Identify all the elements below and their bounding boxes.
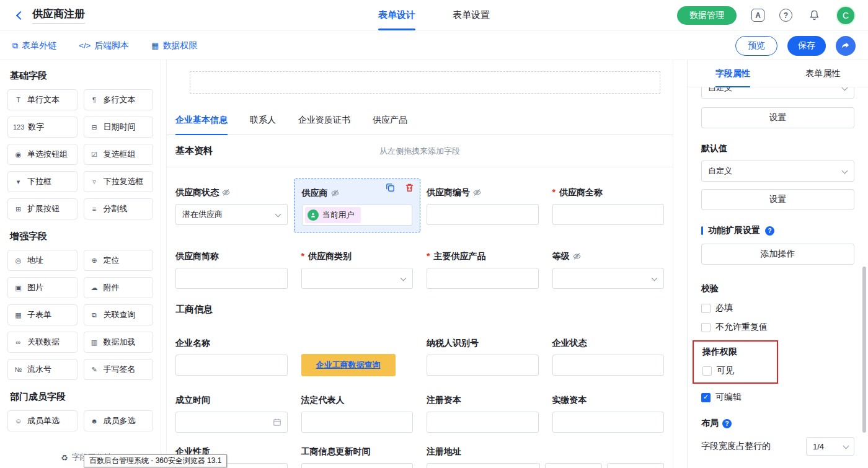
address-city-select[interactable]: 市	[545, 463, 602, 468]
share-button[interactable]	[836, 36, 856, 56]
palette-field-button[interactable]: ¶ 多行文本	[84, 89, 154, 110]
palette-field-button[interactable]: ▥ 数据加载	[84, 332, 154, 353]
palette-field-button[interactable]: ☻ 成员多选	[84, 410, 154, 431]
visible-checkbox-row[interactable]: 可见	[702, 365, 777, 376]
default-value-select[interactable]: 自定义	[701, 161, 854, 182]
palette-field-button[interactable]: ◉ 单选按钮组	[7, 144, 78, 165]
field-registered-capital[interactable]: 注册资本	[427, 394, 539, 433]
required-checkbox-row[interactable]: 必填	[701, 302, 854, 314]
supplier-shortname-input[interactable]	[175, 268, 288, 289]
help-icon[interactable]: ?	[779, 9, 792, 22]
field-width-select[interactable]: 1/4	[806, 437, 854, 456]
settings-button[interactable]: 设置	[701, 107, 854, 128]
palette-field-button[interactable]: ▦ 子表单	[7, 304, 78, 325]
visible-checkbox[interactable]	[702, 366, 712, 376]
field-supplier-category[interactable]: *供应商类别	[301, 250, 414, 289]
user-avatar[interactable]: C	[836, 6, 856, 25]
supplier-category-select[interactable]	[301, 268, 414, 289]
field-paidin-capital[interactable]: 实缴资本	[552, 394, 665, 433]
address-province-select[interactable]: 省/自治区/直辖市	[427, 463, 540, 468]
selected-field-supplier[interactable]: 供应商 当前用户	[294, 179, 421, 232]
palette-field-button[interactable]: ⧉ 关联查询	[84, 304, 154, 325]
main-products-input[interactable]	[427, 268, 539, 289]
required-checkbox[interactable]	[701, 304, 711, 313]
palette-field-button[interactable]: № 流水号	[7, 359, 78, 380]
delete-field-icon[interactable]	[404, 182, 415, 193]
field-legal-representative[interactable]: 法定代表人	[301, 394, 414, 433]
field-business-info-update-time[interactable]: 工商信息更新时间	[301, 445, 414, 468]
palette-field-button[interactable]: ▣ 图片	[7, 277, 78, 298]
add-operation-button[interactable]: 添加操作	[701, 244, 854, 265]
tab-form-properties[interactable]: 表单属性	[778, 60, 868, 87]
no-duplicate-checkbox-row[interactable]: 不允许重复值	[701, 322, 854, 333]
legal-representative-input[interactable]	[301, 412, 414, 433]
company-status-input[interactable]	[552, 355, 665, 376]
grade-select[interactable]	[552, 268, 665, 289]
form-external-link[interactable]: ⧉ 表单外链	[12, 40, 56, 51]
supplier-status-select[interactable]: 潜在供应商	[175, 204, 288, 225]
business-info-update-time-input[interactable]	[301, 463, 414, 468]
data-permission-link[interactable]: ▦ 数据权限	[151, 40, 197, 51]
palette-field-button[interactable]: ☺ 成员单选	[7, 410, 78, 431]
tab-contact-person[interactable]: 联系人	[250, 115, 276, 135]
tab-supply-products[interactable]: 供应产品	[373, 115, 407, 135]
preview-button[interactable]: 预览	[735, 36, 777, 56]
data-manage-button[interactable]: 数据管理	[677, 6, 737, 25]
field-supplier-status[interactable]: 供应商状态 潜在供应商	[175, 186, 288, 232]
default-value-settings-button[interactable]: 设置	[701, 189, 854, 210]
address-district-select[interactable]: 区/县	[607, 463, 664, 468]
palette-field-button[interactable]: ⊕ 定位	[84, 250, 154, 271]
copy-field-icon[interactable]	[385, 182, 396, 193]
tab-field-properties[interactable]: 字段属性	[688, 60, 778, 87]
palette-field-button[interactable]: ∞ 关联数据	[7, 332, 78, 353]
paidin-capital-input[interactable]	[552, 412, 665, 433]
help-circle-icon[interactable]: ?	[765, 226, 774, 236]
backend-script-link[interactable]: </> 后端脚本	[79, 40, 129, 51]
palette-field-button[interactable]: ▾ 下拉框	[7, 171, 78, 192]
notification-bell-icon[interactable]	[807, 9, 821, 22]
field-grade[interactable]: 等级	[552, 250, 665, 289]
palette-field-button[interactable]: ☑ 复选框组	[84, 144, 154, 165]
field-supplier-code[interactable]: 供应商编号	[427, 186, 539, 232]
field-supplier-shortname[interactable]: 供应商简称	[175, 250, 288, 289]
palette-field-button[interactable]: ☁ 附件	[84, 277, 154, 298]
supplier-value-box[interactable]: 当前用户	[302, 205, 413, 226]
help-circle-icon[interactable]: ?	[722, 419, 732, 428]
editable-checkbox-row[interactable]: 可编辑	[701, 392, 854, 403]
tab-form-settings[interactable]: 表单设置	[453, 0, 490, 30]
company-name-input[interactable]	[175, 355, 288, 376]
form-dropzone[interactable]	[190, 71, 660, 94]
registered-capital-input[interactable]	[427, 412, 539, 433]
no-duplicate-checkbox[interactable]	[701, 323, 711, 332]
supplier-fullname-input[interactable]	[552, 204, 665, 225]
collapsed-property-select[interactable]: 自定义	[701, 87, 854, 99]
palette-field-button[interactable]: ◎ 地址	[7, 250, 78, 271]
palette-field-button[interactable]: ▿ 下拉复选框	[84, 171, 154, 192]
translate-icon[interactable]: A	[751, 9, 764, 22]
field-company-status[interactable]: 企业状态	[552, 337, 665, 376]
palette-field-button[interactable]: 123 数字	[7, 117, 78, 138]
field-established-date[interactable]: 成立时间	[175, 394, 288, 433]
palette-field-button[interactable]: ≡ 分割线	[84, 198, 154, 219]
business-data-query-button[interactable]: 企业工商数据查询	[301, 354, 396, 376]
palette-field-button[interactable]: ⊟ 日期时间	[84, 117, 154, 138]
established-date-input[interactable]	[175, 412, 288, 433]
palette-field-button[interactable]: ✎ 手写签名	[84, 359, 154, 380]
tab-form-design[interactable]: 表单设计	[378, 0, 415, 30]
palette-field-button[interactable]: T 单行文本	[7, 89, 78, 110]
save-button[interactable]: 保存	[787, 36, 826, 56]
supplier-code-input[interactable]	[427, 204, 539, 225]
field-registered-address[interactable]: 注册地址 省/自治区/直辖市 市 区/县	[427, 445, 664, 468]
current-user-tag[interactable]: 当前用户	[305, 207, 361, 223]
back-button[interactable]	[12, 9, 26, 22]
editable-checkbox[interactable]	[701, 393, 711, 402]
tab-company-basic-info[interactable]: 企业基本信息	[175, 115, 228, 135]
vertical-scrollbar[interactable]	[862, 267, 866, 433]
field-main-products[interactable]: *主要供应产品	[427, 250, 539, 289]
palette-field-button[interactable]: ⊞ 扩展按钮	[7, 198, 78, 219]
field-supplier-fullname[interactable]: *供应商全称	[552, 186, 665, 232]
field-taxpayer-id[interactable]: 纳税人识别号	[427, 337, 539, 376]
tab-company-qualification[interactable]: 企业资质证书	[298, 115, 350, 135]
field-company-name[interactable]: 企业名称	[175, 337, 288, 376]
taxpayer-id-input[interactable]	[427, 355, 539, 376]
